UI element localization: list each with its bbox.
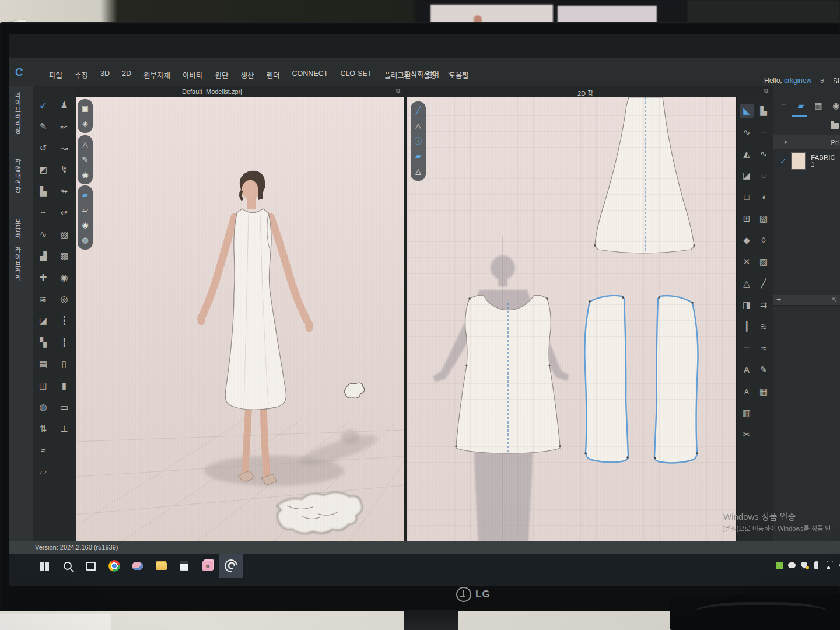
menu-fabric[interactable]: 원단 bbox=[215, 69, 229, 80]
spread-tool-icon[interactable]: ⇉ bbox=[757, 298, 771, 312]
math-app-icon[interactable] bbox=[196, 554, 219, 578]
pattern-outline-tool-icon[interactable]: ▨ bbox=[757, 255, 771, 269]
menu-production[interactable]: 생산 bbox=[241, 69, 254, 80]
menu-edit[interactable]: 수정 bbox=[75, 69, 88, 80]
float-2d-window-icon[interactable]: ⧉ bbox=[764, 88, 768, 94]
text-tool-icon[interactable]: A bbox=[740, 363, 754, 377]
vest-tool-icon[interactable]: ▚ bbox=[36, 335, 50, 349]
detached-render-tab[interactable]: 도식화 렌더 ↘ ✕ bbox=[404, 68, 467, 79]
dock-tab-history-window[interactable]: 작업내역창 bbox=[13, 159, 22, 194]
splitter-arrow-right-icon[interactable]: ⇱ bbox=[832, 296, 836, 303]
dart-tool-icon[interactable]: ◆ bbox=[740, 233, 754, 247]
tray-usb-icon[interactable] bbox=[811, 561, 821, 570]
select-move-tool-icon[interactable]: ↙ bbox=[36, 98, 50, 112]
measure-tape-tool-icon[interactable]: ▱ bbox=[36, 465, 50, 479]
shirring-tool-icon[interactable]: ≋ bbox=[757, 320, 771, 334]
show-environment-icon[interactable]: ◍ bbox=[80, 235, 90, 246]
show-avatar-icon[interactable]: ◉ bbox=[80, 170, 90, 180]
pin-tool-icon[interactable]: ✚ bbox=[36, 271, 50, 285]
trace-tool-icon[interactable]: ◪ bbox=[740, 169, 754, 183]
tray-wifi-icon[interactable] bbox=[824, 561, 834, 570]
text-style-tool-icon[interactable]: A bbox=[740, 384, 754, 398]
notch-tool-icon[interactable]: ┃ bbox=[740, 320, 754, 334]
menu-render[interactable]: 렌더 bbox=[267, 69, 280, 80]
filter-triangle-icon[interactable]: ▼ bbox=[783, 140, 788, 145]
buttonhole-tool-icon[interactable]: ◎ bbox=[57, 292, 71, 306]
fabric-swatch[interactable] bbox=[791, 152, 806, 170]
show-pattern-icon[interactable]: △ bbox=[413, 121, 424, 131]
media-app-icon[interactable] bbox=[126, 554, 149, 578]
sewing-2d-tool-icon[interactable]: ▙ bbox=[757, 104, 771, 118]
piping-tool-icon[interactable]: ▭ bbox=[57, 400, 71, 414]
pose-arm-tool-icon-a[interactable]: ↜ bbox=[57, 120, 71, 134]
grading-tool-icon[interactable]: ◊ bbox=[757, 233, 771, 247]
calculator-icon[interactable] bbox=[173, 554, 196, 578]
mesh-garment-tool-icon[interactable]: ▩ bbox=[57, 249, 71, 263]
pose-arm-tool-icon-e[interactable]: ↫ bbox=[57, 206, 71, 220]
show-2d-pattern-icon[interactable]: ▰ bbox=[80, 190, 90, 200]
avatar-head-icon[interactable]: ◉ bbox=[80, 220, 90, 230]
tab-graphic-icon[interactable]: ▦ bbox=[812, 99, 825, 112]
solidify-tool-icon[interactable]: ◫ bbox=[36, 379, 50, 393]
menu-connect[interactable]: CONNECT bbox=[292, 69, 328, 80]
float-3d-window-icon[interactable]: ⧉ bbox=[396, 88, 400, 94]
pose-arm-tool-icon-c[interactable]: ↯ bbox=[57, 163, 71, 177]
binding-tool-icon[interactable]: ▮ bbox=[57, 379, 71, 393]
show-texture-icon[interactable]: △ bbox=[413, 166, 424, 177]
hanger-tool-icon[interactable]: ⊥ bbox=[57, 422, 71, 436]
splitter-arrow-left-icon[interactable]: ➡ bbox=[776, 296, 781, 303]
clo-app-icon[interactable] bbox=[219, 554, 243, 578]
add-folder-icon[interactable] bbox=[831, 123, 839, 129]
tray-messenger-icon[interactable] bbox=[787, 561, 797, 570]
needle-tool-icon[interactable]: ╱ bbox=[413, 106, 424, 116]
measure-curve-tool-icon[interactable]: ≈ bbox=[36, 443, 50, 457]
menu-2d[interactable]: 2D bbox=[122, 69, 131, 80]
start-button[interactable] bbox=[33, 554, 56, 578]
button-tool-icon[interactable]: ◉ bbox=[57, 271, 71, 285]
tray-security-shield-icon[interactable] bbox=[799, 561, 809, 570]
file-explorer-icon[interactable] bbox=[149, 554, 173, 578]
arrange-garment-tool-icon[interactable]: ◩ bbox=[36, 163, 50, 177]
menu-file[interactable]: 파일 bbox=[49, 69, 62, 80]
tab-fabric-icon[interactable]: ▰ bbox=[794, 99, 807, 112]
package-tool-icon[interactable]: ▦ bbox=[757, 384, 771, 398]
show-fabric-icon[interactable]: ▰ bbox=[413, 151, 424, 162]
menu-avatar[interactable]: 아바타 bbox=[183, 69, 203, 80]
chrome-icon[interactable] bbox=[103, 554, 126, 578]
zipper-puller-tool-icon[interactable]: ┋ bbox=[57, 335, 71, 349]
viewport-2d[interactable] bbox=[407, 97, 736, 541]
grid-pattern-tool-icon[interactable]: ⊞ bbox=[740, 212, 754, 226]
slash-line-tool-icon[interactable]: ╱ bbox=[757, 276, 771, 290]
menu-trims[interactable]: 원부자재 bbox=[144, 69, 170, 80]
annotation-tool-icon[interactable]: ✎ bbox=[757, 363, 771, 377]
check-icon[interactable]: ✓ bbox=[780, 157, 786, 166]
close-icon[interactable]: ✕ bbox=[461, 70, 467, 78]
pin-garment-icon[interactable]: ◈ bbox=[80, 118, 90, 129]
shirt-texture-tool-icon[interactable]: ▧ bbox=[757, 212, 771, 226]
free-sewing-2d-tool-icon[interactable]: ∿ bbox=[757, 147, 771, 161]
cross-guide-tool-icon[interactable]: ✕ bbox=[740, 255, 754, 269]
show-grid-icon[interactable]: ▱ bbox=[80, 205, 90, 215]
pen-tool-icon[interactable]: ✎ bbox=[36, 120, 50, 134]
chevron-double-down-icon[interactable]: » bbox=[818, 79, 827, 81]
username-link[interactable]: crkginew bbox=[784, 76, 811, 85]
rectangle-pattern-tool-icon[interactable]: □ bbox=[740, 190, 754, 204]
pose-arm-tool-icon-d[interactable]: ↬ bbox=[57, 184, 71, 198]
zipper-tool-icon[interactable]: ┇ bbox=[57, 314, 71, 328]
placket-tool-icon[interactable]: ▯ bbox=[57, 357, 71, 371]
tray-volume-muted-icon[interactable] bbox=[836, 561, 840, 570]
iron-press-tool-icon[interactable]: ◖ bbox=[757, 190, 771, 204]
fold-arrangement-tool-icon[interactable]: ◪ bbox=[36, 314, 50, 328]
fabric-list-item[interactable]: ✓ FABRIC 1 bbox=[773, 149, 840, 173]
panel-splitter[interactable]: ➡ ⇱ bbox=[773, 295, 840, 306]
dock-tab-library-window[interactable]: 라이브러리창 bbox=[13, 92, 22, 134]
check-sewing-tool-icon[interactable]: ◌ bbox=[757, 169, 771, 183]
zigzag-tool-icon[interactable]: ≈ bbox=[757, 341, 771, 355]
pleat-tool-icon[interactable]: ▥ bbox=[740, 406, 754, 420]
avatar-pose-tool-icon[interactable]: ◍ bbox=[36, 400, 50, 414]
tab-scene-list-icon[interactable]: ≡ bbox=[777, 99, 790, 112]
edit-curvature-tool-icon[interactable]: ∿ bbox=[740, 125, 754, 139]
avatar-motion-tool-icon[interactable]: ♟ bbox=[57, 98, 71, 112]
segment-sewing-2d-tool-icon[interactable]: ┄ bbox=[757, 125, 771, 139]
menu-clo-set[interactable]: CLO-SET bbox=[340, 69, 372, 80]
